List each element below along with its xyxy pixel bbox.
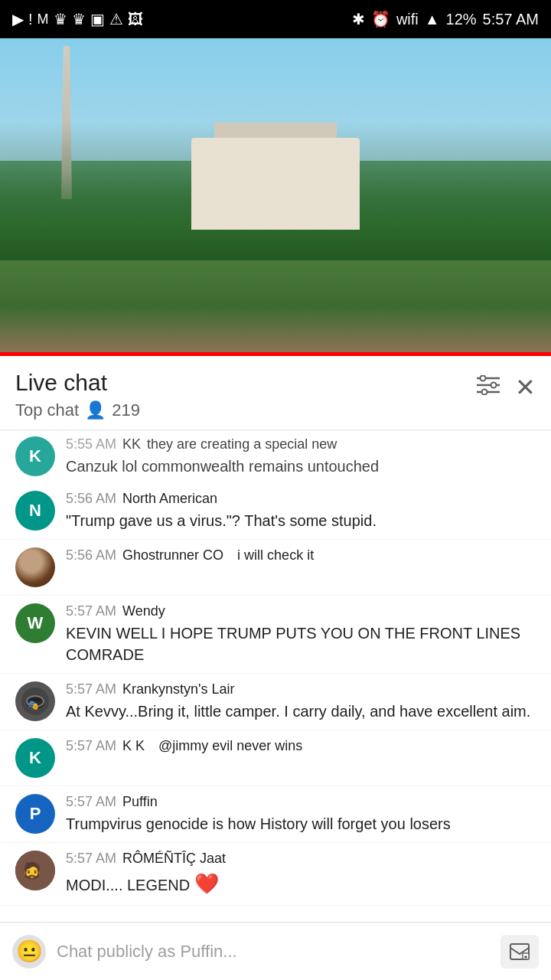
svg-point-4 [491, 382, 497, 387]
message-meta: 5:55 AM KK they are creating a special n… [66, 436, 536, 452]
youtube-icon: ▶ [12, 10, 24, 28]
message-author: North American [122, 491, 217, 507]
avatar: W [15, 603, 55, 643]
crown-icon-2: ♛ [72, 10, 86, 28]
message-item: N 5:56 AM North American "Trump gave us … [0, 483, 551, 540]
message-text: KEVIN WELL I HOPE TRUMP PUTS YOU ON THE … [66, 622, 536, 665]
message-author: K K [122, 738, 145, 754]
message-content: 5:55 AM KK they are creating a special n… [66, 436, 536, 477]
message-text: MODI.... LEGEND ❤️ [66, 870, 536, 897]
emoji-icon: 😐 [16, 939, 43, 964]
message-content: 5:57 AM Wendy KEVIN WELL I HOPE TRUMP PU… [66, 603, 536, 665]
filter-button[interactable] [477, 375, 500, 400]
status-bar: ▶ ! M ♛ ♛ ▣ ⚠ 🖼 ✱ ⏰ wifi ▲ 12% 5:57 AM [0, 0, 551, 38]
svg-point-3 [481, 375, 486, 381]
message-meta: 5:57 AM Puffin [66, 794, 536, 810]
message-author: Krankynstyn's Lair [122, 681, 235, 697]
top-chat-label: Top chat [15, 400, 79, 420]
message-item: P 5:57 AM Puffin Trumpvirus genocide is … [0, 786, 551, 843]
message-meta: 5:57 AM RÔMÉÑTÎÇ Jaat [66, 851, 536, 867]
message-time: 5:57 AM [66, 851, 116, 867]
emoji-button[interactable]: 😐 [12, 935, 46, 969]
message-time: 5:56 AM [66, 547, 116, 564]
avatar: K [15, 738, 55, 778]
message-item: 🎭 5:57 AM Krankynstyn's Lair At Kevvy...… [0, 674, 551, 730]
message-text-inline: @jimmy evil never wins [151, 738, 302, 754]
warning-icon: ⚠ [109, 10, 123, 28]
message-author: RÔMÉÑTÎÇ Jaat [122, 851, 226, 867]
chat-subtitle: Top chat 👤 219 [15, 400, 140, 420]
chat-title: Live chat [15, 370, 140, 396]
message-content: 5:56 AM North American "Trump gave us a … [66, 491, 536, 531]
avatar: P [15, 794, 55, 834]
battery-level: 12% [446, 11, 477, 28]
chat-input[interactable] [57, 942, 490, 962]
mail-icon: M [37, 11, 49, 28]
video-player[interactable] [0, 38, 551, 352]
message-text: At Kevvy...Bring it, little camper. I ca… [66, 701, 536, 722]
message-text-inline: i will check it [230, 547, 314, 564]
message-author: Wendy [122, 603, 165, 619]
status-icons-right: ✱ ⏰ wifi ▲ 12% 5:57 AM [352, 10, 539, 28]
message-item: W 5:57 AM Wendy KEVIN WELL I HOPE TRUMP … [0, 596, 551, 674]
message-author: KK [122, 436, 141, 452]
message-meta: 5:57 AM K K @jimmy evil never wins [66, 738, 536, 754]
message-content: 5:57 AM Puffin Trumpvirus genocide is ho… [66, 794, 536, 835]
signal-icon: ▲ [425, 11, 440, 28]
svg-text:🧔: 🧔 [21, 861, 43, 881]
message-meta: 5:56 AM North American [66, 491, 536, 507]
avatar: 🎭 [15, 681, 55, 721]
message-item: K 5:55 AM KK they are creating a special… [0, 430, 551, 483]
message-text: "Trump gave us a virus."? That's some st… [66, 510, 536, 531]
message-meta: 5:57 AM Wendy [66, 603, 536, 619]
crown-icon-1: ♛ [54, 10, 67, 28]
image-icon: 🖼 [128, 11, 143, 28]
heart-emoji: ❤️ [194, 872, 219, 895]
message-meta: 5:56 AM Ghostrunner CO i will check it [66, 547, 536, 564]
viewer-count: 219 [112, 400, 140, 420]
message-time: 5:56 AM [66, 491, 116, 507]
avatar: N [15, 491, 55, 531]
bluetooth-icon: ✱ [352, 10, 365, 28]
alert-icon: ! [28, 11, 33, 28]
avatar: 🧔 [15, 851, 55, 890]
message-meta: 5:57 AM Krankynstyn's Lair [66, 681, 536, 697]
folder-icon: ▣ [90, 10, 105, 28]
avatar: K [15, 436, 55, 476]
message-text: Trumpvirus genocide is how History will … [66, 813, 536, 835]
message-author: Puffin [122, 794, 158, 810]
message-content: 5:57 AM RÔMÉÑTÎÇ Jaat MODI.... LEGEND ❤️ [66, 851, 536, 897]
chat-messages-list: K 5:55 AM KK they are creating a special… [0, 430, 551, 967]
message-text-inline: they are creating a special new [147, 436, 337, 452]
message-time: 5:55 AM [66, 436, 116, 452]
message-content: 5:56 AM Ghostrunner CO i will check it [66, 547, 536, 564]
chat-header-info: Live chat Top chat 👤 219 [15, 370, 140, 420]
message-item: 🧔 5:57 AM RÔMÉÑTÎÇ Jaat MODI.... LEGEND … [0, 843, 551, 906]
clock: 5:57 AM [483, 11, 539, 28]
message-item: 5:56 AM Ghostrunner CO i will check it [0, 540, 551, 596]
message-time: 5:57 AM [66, 603, 116, 619]
wifi-icon: wifi [396, 11, 419, 28]
message-text: Canzuk lol commonwealth remains untouche… [66, 456, 536, 477]
alarm-icon: ⏰ [371, 10, 390, 28]
message-content: 5:57 AM K K @jimmy evil never wins [66, 738, 536, 754]
message-time: 5:57 AM [66, 794, 116, 810]
send-button[interactable] [500, 935, 539, 969]
svg-point-5 [482, 389, 487, 394]
svg-text:🎭: 🎭 [28, 699, 39, 710]
avatar [15, 547, 55, 587]
message-time: 5:57 AM [66, 681, 116, 697]
chat-input-bar[interactable]: 😐 [0, 922, 551, 980]
message-content: 5:57 AM Krankynstyn's Lair At Kevvy...Br… [66, 681, 536, 722]
message-item: K 5:57 AM K K @jimmy evil never wins [0, 730, 551, 786]
white-house-building [191, 138, 360, 230]
close-button[interactable]: ✕ [515, 373, 536, 402]
message-time: 5:57 AM [66, 738, 116, 754]
chat-header: Live chat Top chat 👤 219 ✕ [0, 356, 551, 430]
viewer-icon: 👤 [85, 400, 106, 420]
message-author: Ghostrunner CO [122, 547, 223, 564]
video-ground-bg [0, 260, 551, 352]
status-icons-left: ▶ ! M ♛ ♛ ▣ ⚠ 🖼 [12, 10, 143, 28]
chat-header-actions: ✕ [477, 370, 536, 402]
